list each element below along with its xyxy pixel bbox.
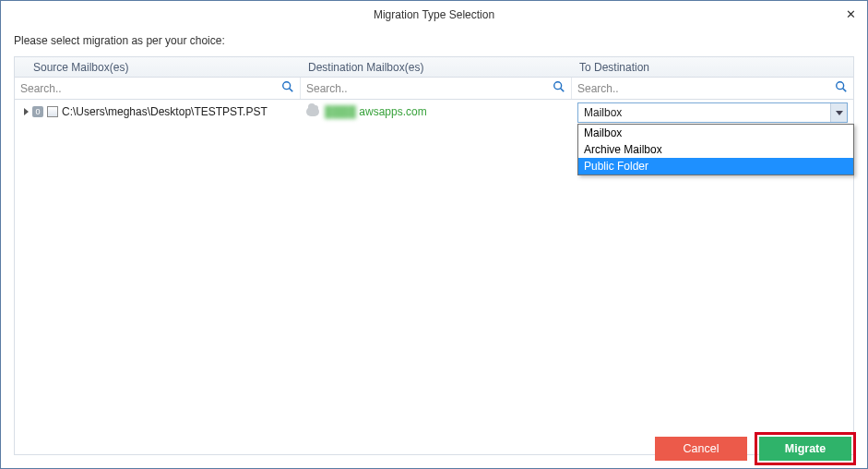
column-headers: Source Mailbox(es) Destination Mailbox(e… bbox=[15, 57, 853, 78]
header-to: To Destination bbox=[572, 61, 853, 74]
to-destination-cell: Mailbox bbox=[572, 101, 853, 123]
dest-user-blurred: ████ bbox=[325, 105, 356, 118]
search-to-input[interactable] bbox=[572, 78, 853, 99]
source-path: C:\Users\meghas\Desktop\TESTPST.PST bbox=[62, 105, 268, 118]
search-dest-input[interactable] bbox=[301, 78, 571, 99]
instruction-text: Please select migration as per your choi… bbox=[1, 29, 867, 56]
cloud-icon bbox=[306, 107, 319, 116]
close-icon[interactable]: ✕ bbox=[841, 5, 860, 23]
source-item[interactable]: 0 C:\Users\meghas\Desktop\TESTPST.PST bbox=[15, 105, 301, 118]
select-value: Mailbox bbox=[584, 106, 622, 119]
header-source: Source Mailbox(es) bbox=[15, 61, 301, 74]
search-dest-cell bbox=[301, 78, 572, 99]
data-row: 0 C:\Users\meghas\Desktop\TESTPST.PST ██… bbox=[15, 100, 853, 124]
body-area: 0 C:\Users\meghas\Desktop\TESTPST.PST ██… bbox=[15, 100, 853, 454]
option-mailbox[interactable]: Mailbox bbox=[578, 125, 853, 141]
dest-domain: awsapps.com bbox=[356, 105, 427, 118]
option-archive-mailbox[interactable]: Archive Mailbox bbox=[578, 141, 853, 158]
to-destination-select[interactable]: Mailbox bbox=[577, 102, 848, 123]
pst-file-icon bbox=[47, 106, 58, 117]
option-public-folder[interactable]: Public Folder bbox=[578, 158, 853, 174]
to-destination-dropdown[interactable]: Mailbox Archive Mailbox Public Folder bbox=[577, 124, 854, 175]
destination-item[interactable]: ████ awsapps.com bbox=[301, 105, 572, 118]
expand-icon[interactable] bbox=[24, 108, 29, 115]
title-bar: Migration Type Selection ✕ bbox=[1, 1, 867, 29]
chevron-down-icon[interactable] bbox=[830, 103, 847, 122]
search-source-cell bbox=[15, 78, 301, 99]
migrate-highlight: Migrate bbox=[755, 432, 856, 465]
count-badge: 0 bbox=[32, 106, 43, 117]
search-source-input[interactable] bbox=[15, 78, 300, 99]
search-to-cell bbox=[572, 78, 853, 99]
main-panel: Source Mailbox(es) Destination Mailbox(e… bbox=[14, 56, 854, 455]
window-title: Migration Type Selection bbox=[374, 8, 494, 21]
search-row bbox=[15, 78, 853, 100]
footer: Cancel Migrate bbox=[1, 429, 867, 468]
migrate-button[interactable]: Migrate bbox=[759, 437, 851, 461]
cancel-button[interactable]: Cancel bbox=[655, 437, 747, 461]
header-destination: Destination Mailbox(es) bbox=[301, 61, 572, 74]
